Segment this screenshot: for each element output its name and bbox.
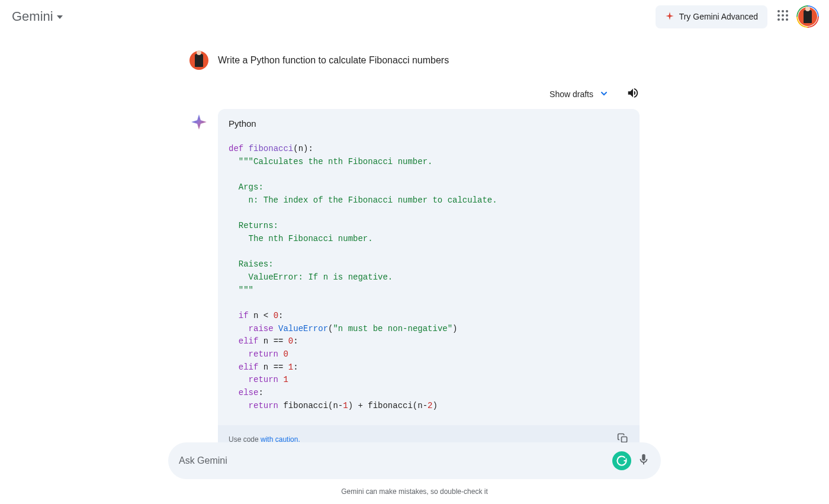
svg-point-2: [786, 10, 788, 12]
svg-point-4: [782, 14, 784, 17]
svg-point-7: [782, 18, 784, 21]
code-block: Python def fibonacci(n): """Calculates t…: [218, 109, 640, 453]
prompt-input-bar: [168, 442, 661, 479]
response-toolbar: Show drafts: [189, 86, 640, 102]
speaker-icon[interactable]: [626, 86, 640, 102]
code-language-label: Python: [218, 109, 640, 134]
caret-down-icon: [57, 14, 63, 20]
user-prompt-text: Write a Python function to calculate Fib…: [218, 55, 449, 66]
svg-point-3: [777, 14, 780, 17]
app-title: Gemini: [12, 9, 53, 24]
show-drafts-button[interactable]: Show drafts: [550, 89, 609, 100]
user-message-row: Write a Python function to calculate Fib…: [189, 51, 640, 70]
svg-rect-9: [622, 437, 627, 442]
svg-point-5: [786, 14, 788, 17]
svg-point-8: [786, 18, 788, 21]
try-gemini-advanced-button[interactable]: Try Gemini Advanced: [656, 5, 767, 28]
conversation-area: Write a Python function to calculate Fib…: [189, 33, 640, 453]
sparkle-icon: [665, 11, 674, 23]
model-response-row: Python def fibonacci(n): """Calculates t…: [189, 109, 640, 453]
input-bar-container: [168, 442, 661, 479]
header-right: Try Gemini Advanced: [656, 5, 817, 28]
try-advanced-label: Try Gemini Advanced: [679, 12, 758, 21]
header-bar: Gemini Try Gemini Advanced: [0, 0, 829, 33]
microphone-icon[interactable]: [637, 453, 650, 468]
user-avatar: [189, 51, 208, 70]
svg-point-0: [777, 10, 780, 12]
svg-point-1: [782, 10, 784, 12]
prompt-input[interactable]: [179, 455, 612, 466]
svg-point-6: [777, 18, 780, 21]
profile-avatar[interactable]: [798, 7, 817, 26]
gemini-sparkle-icon: [189, 113, 208, 131]
google-apps-icon[interactable]: [776, 8, 790, 25]
app-switcher[interactable]: Gemini: [12, 9, 63, 24]
code-content: def fibonacci(n): """Calculates the nth …: [218, 134, 640, 425]
grammarly-badge-icon[interactable]: [612, 451, 631, 470]
chevron-down-icon: [599, 89, 609, 100]
show-drafts-label: Show drafts: [550, 89, 593, 99]
disclaimer-text: Gemini can make mistakes, so double-chec…: [0, 487, 829, 496]
